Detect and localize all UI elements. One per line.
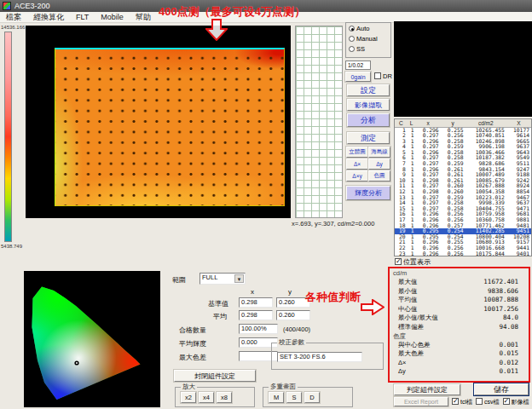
calibration-value[interactable]: SET 3-200 FS.6 [277, 352, 362, 362]
button-Δy[interactable]: Δy [368, 158, 390, 170]
stats-section-label: cd/m [393, 269, 525, 278]
menu-item-檔案[interactable]: 檔案 [0, 12, 27, 22]
stat-label: 與中心色差 [393, 341, 431, 350]
mode-radio-Manual[interactable]: Manual [349, 35, 388, 45]
filecheck-csv檔[interactable]: csv檔 [476, 399, 500, 405]
stat-label: 最大值 [393, 278, 418, 287]
pass-count-value: (400/400) [283, 325, 310, 333]
radio-icon [349, 36, 355, 42]
stat-value: 0.012 [499, 359, 525, 368]
stat-label: 標準偏差 [393, 323, 424, 332]
column-header-x: x [251, 288, 254, 296]
position-display-label: 位置表示 [403, 258, 431, 266]
button-立體圖[interactable]: 立體圖 [346, 147, 368, 158]
stat-row: 平均值10087.888 [393, 296, 525, 305]
statistics-panel: cd/m最大值11672.401最小值9838.606平均值10087.888中… [388, 267, 530, 383]
mode-radio-Auto[interactable]: Auto [349, 25, 388, 35]
menu-item-FLT[interactable]: FLT [70, 12, 95, 22]
pair-row: Δ×y色圖 [346, 170, 392, 182]
cie-chromaticity-diagram [24, 271, 160, 407]
stat-value: 9838.606 [488, 287, 525, 297]
average-y-field: 0.260 [276, 310, 310, 320]
button-Δ×[interactable]: Δ× [346, 158, 368, 170]
button-Δ×y[interactable]: Δ×y [346, 170, 368, 181]
heatmap-image[interactable] [55, 48, 285, 206]
measure-button[interactable]: 測定 [347, 132, 390, 144]
reference-x-field[interactable]: 0.298 [239, 297, 273, 308]
stat-label: 中心值 [393, 305, 418, 314]
table-header: L [408, 119, 416, 127]
radio-icon [349, 26, 355, 32]
gain-button[interactable]: 0gain [345, 72, 371, 82]
table-header: y [441, 119, 466, 127]
excel-report-button: Excel Report [394, 397, 448, 406]
judgement-settings-button[interactable]: 判定組件設定 [394, 384, 460, 395]
image-capture-button[interactable]: 影像擷取 [347, 99, 390, 111]
zoom-button-x8[interactable]: x8 [217, 392, 232, 403]
stat-row: 最小值/最大值84.0 [393, 314, 525, 323]
stat-value: 84.0 [503, 314, 525, 323]
table-row[interactable]: 2310.2960.25610175.8449401 [395, 251, 531, 256]
capture-mode-group: AutoManualSS [345, 22, 391, 58]
avg-luminance-label: 平均輝度 [179, 339, 206, 349]
annotation-arrow-down-icon [205, 19, 228, 41]
calibration-group: 校正參數 SET 3-200 FS.6 [271, 343, 384, 370]
stat-label: 最小值/最大值 [393, 314, 438, 323]
stat-row: 標準偏差94.08 [393, 323, 525, 332]
zoom-label: 放大 [181, 383, 197, 391]
stat-label: Δ× [393, 359, 406, 368]
save-button[interactable]: 儲存 [474, 383, 529, 395]
mode-label: Auto [356, 25, 369, 32]
checkbox-icon [395, 258, 402, 265]
mode-radio-SS[interactable]: SS [349, 45, 388, 55]
zoom-button-x2[interactable]: x2 [181, 392, 196, 403]
stats-section-label: 色度 [393, 332, 525, 341]
stats-rows: cd/m最大值11672.401最小值9838.606平均值10087.888中… [393, 269, 525, 377]
button-海島線[interactable]: 海島線 [368, 147, 390, 158]
settings-button[interactable]: 設定 [347, 84, 390, 96]
stat-row: Δ×0.012 [393, 359, 525, 368]
average-x-field: 0.298 [239, 310, 273, 320]
multi-button-S[interactable]: S [286, 392, 302, 403]
filecheck-label: 影像檔 [512, 399, 529, 405]
zoom-group: 放大 x2x4x8 [175, 387, 255, 407]
measurement-table[interactable]: CLxycd/m2X 110.2960.25510265.45510177210… [394, 118, 532, 256]
reference-label: 基準值 [208, 299, 228, 308]
table-header: cd/m2 [466, 119, 506, 127]
luminance-analysis-button[interactable]: 輝度分析 [346, 186, 390, 200]
window-title: ACE3-200 [14, 0, 50, 12]
analyze-button[interactable]: 分析 [347, 113, 390, 127]
menu-item-經換算化[interactable]: 經換算化 [27, 12, 70, 22]
position-display-checkbox[interactable]: 位置表示 [395, 257, 431, 267]
zoom-buttons: x2x4x8 [181, 392, 234, 403]
checkbox-icon [476, 398, 483, 405]
closed-component-settings-button[interactable]: 封閉組件設定 [174, 370, 256, 382]
filecheck-影像檔[interactable]: 影像檔 [503, 399, 529, 405]
multi-button-D[interactable]: D [304, 392, 320, 403]
multi-button-M[interactable]: M [269, 392, 284, 403]
app-window: ACE3-200 檔案經換算化FLTMobile幫助 14536.166 543… [0, 0, 532, 409]
range-value: FULL [202, 274, 217, 281]
stat-value: 0.011 [499, 367, 525, 377]
menu-item-Mobile[interactable]: Mobile [95, 12, 130, 22]
stat-value: 10087.888 [483, 296, 525, 305]
range-select[interactable]: FULL▼ [200, 273, 246, 285]
view-mode-buttons: 立體圖海島線Δ×ΔyΔ×y色圖 [346, 147, 392, 182]
stat-value: 94.08 [499, 323, 525, 332]
zoom-button-x4[interactable]: x4 [199, 392, 214, 403]
stat-value: 11672.401 [483, 278, 525, 287]
stat-value: 10017.256 [483, 305, 525, 314]
menu-item-幫助[interactable]: 幫助 [130, 12, 157, 22]
stat-label: Δy [393, 367, 406, 377]
dr-checkbox[interactable]: DR [374, 72, 392, 80]
dr-label: DR [383, 72, 392, 80]
stat-row: 與中心色差0.001 [393, 341, 525, 350]
filecheck-tcl檔[interactable]: tcl檔 [452, 399, 472, 405]
button-色圖[interactable]: 色圖 [368, 170, 390, 181]
exposure-field[interactable]: 1/0.02 [345, 60, 371, 70]
average-label: 平均 [213, 312, 227, 321]
measurement-table-head: CLxycd/m2X [395, 119, 531, 127]
camera-preview [394, 21, 532, 117]
chevron-down-icon[interactable]: ▼ [234, 274, 244, 283]
heatmap-panel[interactable] [26, 26, 291, 218]
